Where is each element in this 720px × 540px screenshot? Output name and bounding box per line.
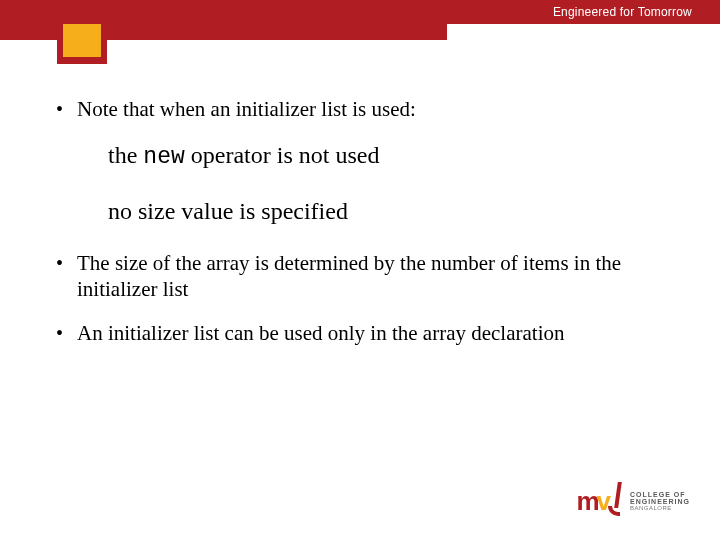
logo-letter-j-icon — [610, 488, 624, 518]
mvj-logo: m v COLLEGE OF ENGINEERING BANGALORE — [576, 484, 690, 518]
tagline-text: Engineered for Tomorrow — [553, 5, 692, 19]
indent1-post: operator is not used — [185, 142, 380, 168]
bullet-dot-icon: • — [56, 96, 63, 122]
slide-content: • Note that when an initializer list is … — [50, 96, 680, 364]
bullet-item-1: • Note that when an initializer list is … — [50, 96, 680, 122]
indent1-pre: the — [108, 142, 143, 168]
bullet-text-1: Note that when an initializer list is us… — [77, 96, 416, 122]
logo-line1: COLLEGE OF — [630, 491, 690, 498]
bullet-dot-icon: • — [56, 320, 63, 346]
indent-line-2: no size value is specified — [108, 196, 680, 226]
bullet-text-2: The size of the array is determined by t… — [77, 250, 680, 302]
logo-subtext: COLLEGE OF ENGINEERING BANGALORE — [630, 491, 690, 512]
bullet-dot-icon: • — [56, 250, 63, 276]
indent-line-1: the new operator is not used — [108, 140, 680, 172]
logo-letter-v: v — [597, 486, 611, 517]
indent1-mono: new — [143, 144, 184, 170]
bullet-item-3: • An initializer list can be used only i… — [50, 320, 680, 346]
bullet-text-3: An initializer list can be used only in … — [77, 320, 565, 346]
header-tab-inner — [63, 24, 101, 57]
logo-line2: ENGINEERING — [630, 498, 690, 505]
logo-letter-m: m — [576, 486, 598, 517]
logo-line3: BANGALORE — [630, 505, 690, 512]
bullet-item-2: • The size of the array is determined by… — [50, 250, 680, 302]
